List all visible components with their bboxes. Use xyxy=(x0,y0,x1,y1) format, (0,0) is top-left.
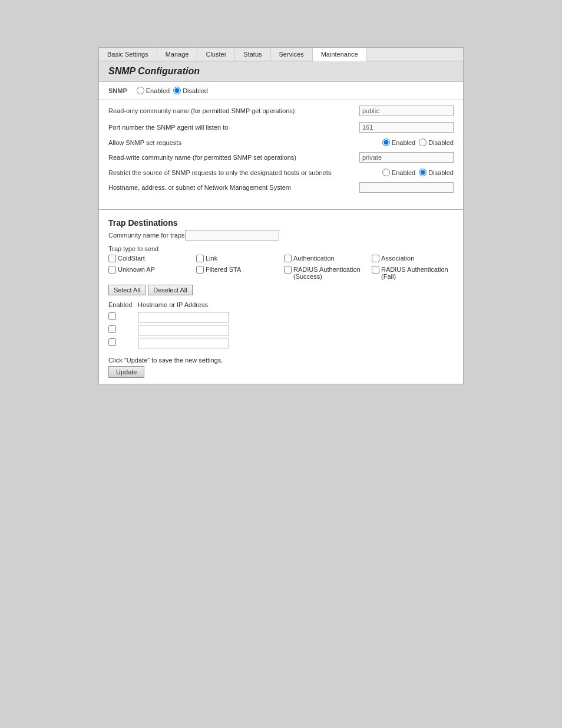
restrict-source-label: Restrict the source of SNMP requests to … xyxy=(108,169,382,176)
restrict-source-disabled-label: Disabled xyxy=(428,169,454,176)
destinations-table: Enabled Hostname or IP Address xyxy=(108,301,454,350)
community-name-traps-control xyxy=(185,230,454,241)
trap-unknown-ap-checkbox[interactable] xyxy=(108,266,116,274)
trap-link-checkbox[interactable] xyxy=(196,255,204,262)
trap-radius-fail-checkbox[interactable] xyxy=(372,266,379,274)
restrict-source-radio-group: Enabled Disabled xyxy=(382,169,454,176)
snmp-label: SNMP xyxy=(108,87,127,94)
col-enabled: Enabled xyxy=(108,301,138,311)
navigation-bar: Basic SettingsManageClusterStatusService… xyxy=(99,48,463,61)
snmp-radio-group: Enabled Disabled xyxy=(137,87,208,94)
snmp-enabled-label: Enabled xyxy=(146,87,170,94)
snmp-disabled-radio[interactable] xyxy=(173,87,181,94)
allow-set-enabled-label: Enabled xyxy=(392,139,415,146)
readonly-community-label: Read-only community name (for permitted … xyxy=(108,107,359,114)
table-row xyxy=(108,311,454,324)
dest-enabled-cell-3 xyxy=(108,337,138,350)
dest-enabled-checkbox-1[interactable] xyxy=(108,312,116,320)
allow-set-disabled-radio[interactable] xyxy=(419,139,427,146)
snmp-disabled-label: Disabled xyxy=(183,87,208,94)
nav-item-manage[interactable]: Manage xyxy=(157,48,198,61)
port-number-input[interactable] xyxy=(359,122,454,133)
readwrite-community-input[interactable] xyxy=(359,152,454,163)
snmp-disabled-option[interactable]: Disabled xyxy=(173,87,208,94)
nav-item-status[interactable]: Status xyxy=(235,48,270,61)
trap-radius-fail[interactable]: RADIUS Authentication (Fail) xyxy=(372,266,454,280)
trap-association[interactable]: Association xyxy=(372,255,454,262)
trap-association-checkbox[interactable] xyxy=(372,255,379,262)
dest-hostname-input-1[interactable] xyxy=(138,312,229,322)
nav-item-basic-settings[interactable]: Basic Settings xyxy=(99,48,157,61)
allow-set-enabled-radio[interactable] xyxy=(382,139,390,146)
trap-radius-success[interactable]: RADIUS Authentication (Success) xyxy=(284,266,366,280)
trap-authentication-checkbox[interactable] xyxy=(284,255,292,262)
readonly-community-control xyxy=(359,106,454,116)
trap-coldstart-label: ColdStart xyxy=(118,255,145,262)
restrict-source-enabled-option[interactable]: Enabled xyxy=(382,169,415,176)
dest-enabled-cell-2 xyxy=(108,324,138,337)
restrict-source-enabled-radio[interactable] xyxy=(382,169,390,176)
trap-link[interactable]: Link xyxy=(196,255,278,262)
snmp-enabled-radio[interactable] xyxy=(137,87,144,94)
restrict-source-control: Enabled Disabled xyxy=(382,169,454,176)
trap-unknown-ap-label: Unknown AP xyxy=(118,266,155,273)
allow-set-requests-control: Enabled Disabled xyxy=(382,139,454,146)
dest-enabled-checkbox-2[interactable] xyxy=(108,325,116,333)
readwrite-community-row: Read-write community name (for permitted… xyxy=(108,152,454,163)
nav-item-cluster[interactable]: Cluster xyxy=(197,48,235,61)
trap-filtered-sta[interactable]: Filtered STA xyxy=(196,266,278,280)
select-all-button[interactable]: Select All xyxy=(108,285,146,295)
update-button[interactable]: Update xyxy=(108,366,144,378)
trap-unknown-ap[interactable]: Unknown AP xyxy=(108,266,190,280)
port-number-label: Port number the SNMP agent will listen t… xyxy=(108,124,359,131)
hostname-nms-input[interactable] xyxy=(359,182,454,193)
trap-type-label: Trap type to send xyxy=(108,245,454,252)
table-row xyxy=(108,324,454,337)
readwrite-community-control xyxy=(359,152,454,163)
trap-filtered-sta-label: Filtered STA xyxy=(206,266,241,273)
allow-set-requests-row: Allow SNMP set requests Enabled Disabled xyxy=(108,139,454,146)
select-buttons-row: Select All Deselect All xyxy=(108,285,454,295)
dest-hostname-input-2[interactable] xyxy=(138,325,229,335)
restrict-source-enabled-label: Enabled xyxy=(392,169,415,176)
hostname-nms-control xyxy=(359,182,454,193)
trap-filtered-sta-checkbox[interactable] xyxy=(196,266,204,274)
trap-radius-fail-label: RADIUS Authentication (Fail) xyxy=(381,266,454,280)
page-title-bar: SNMP Configuration xyxy=(99,61,463,82)
trap-coldstart[interactable]: ColdStart xyxy=(108,255,190,262)
readwrite-community-label: Read-write community name (for permitted… xyxy=(108,154,359,161)
snmp-toggle-row: SNMP Enabled Disabled xyxy=(99,82,463,100)
dest-hostname-cell-1 xyxy=(138,311,454,324)
readonly-community-input[interactable] xyxy=(359,106,454,116)
deselect-all-button[interactable]: Deselect All xyxy=(148,285,192,295)
port-number-row: Port number the SNMP agent will listen t… xyxy=(108,122,454,133)
trap-association-label: Association xyxy=(381,255,414,262)
restrict-source-disabled-radio[interactable] xyxy=(419,169,427,176)
snmp-form-section: Read-only community name (for permitted … xyxy=(99,100,463,205)
allow-set-radio-group: Enabled Disabled xyxy=(382,139,454,146)
hostname-nms-label: Hostname, address, or subnet of Network … xyxy=(108,184,359,191)
restrict-source-disabled-option[interactable]: Disabled xyxy=(419,169,454,176)
trap-link-label: Link xyxy=(206,255,217,262)
allow-set-enabled-option[interactable]: Enabled xyxy=(382,139,415,146)
nav-item-maintenance[interactable]: Maintenance xyxy=(313,48,367,61)
dest-enabled-checkbox-3[interactable] xyxy=(108,338,116,346)
community-name-traps-input[interactable] xyxy=(185,230,279,241)
trap-radius-success-checkbox[interactable] xyxy=(284,266,292,274)
port-number-control xyxy=(359,122,454,133)
hostname-nms-row: Hostname, address, or subnet of Network … xyxy=(108,182,454,193)
trap-checkboxes-grid: ColdStart Link Authentication Associatio… xyxy=(108,255,454,280)
col-hostname: Hostname or IP Address xyxy=(138,301,454,311)
trap-authentication-label: Authentication xyxy=(293,255,335,262)
nav-item-services[interactable]: Services xyxy=(271,48,313,61)
save-hint: Click "Update" to save the new settings. xyxy=(108,357,454,364)
trap-radius-success-label: RADIUS Authentication (Success) xyxy=(293,266,366,280)
trap-coldstart-checkbox[interactable] xyxy=(108,255,116,262)
dest-hostname-input-3[interactable] xyxy=(138,338,229,348)
allow-set-disabled-option[interactable]: Disabled xyxy=(419,139,454,146)
trap-authentication[interactable]: Authentication xyxy=(284,255,366,262)
community-name-traps-label: Community name for traps xyxy=(108,232,185,239)
trap-section: Community name for traps Trap type to se… xyxy=(99,230,463,384)
dest-hostname-cell-3 xyxy=(138,337,454,350)
snmp-enabled-option[interactable]: Enabled xyxy=(137,87,170,94)
